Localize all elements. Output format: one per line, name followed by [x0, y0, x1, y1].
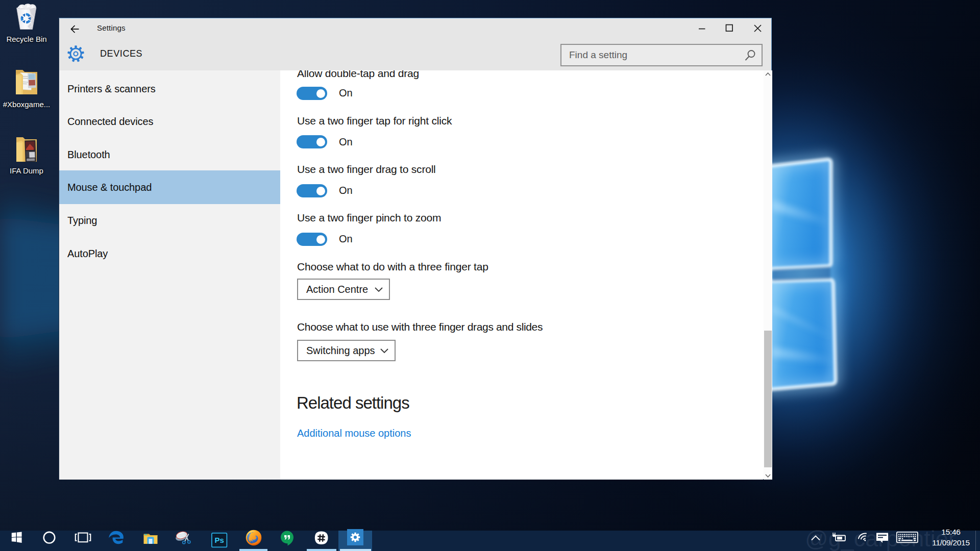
svg-text:Ps: Ps — [215, 536, 224, 544]
